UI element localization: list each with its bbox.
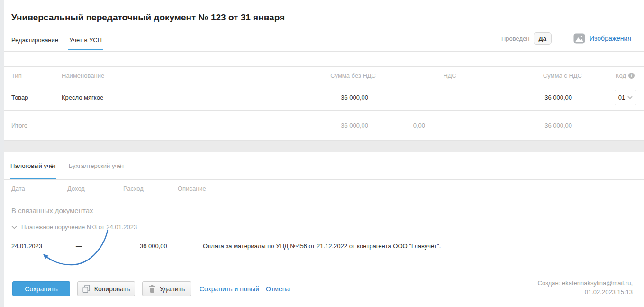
created-datetime: 01.02.2023 15:13 xyxy=(538,288,633,297)
total-vat: 0,00 xyxy=(376,122,456,129)
copy-button[interactable]: Копировать xyxy=(77,281,135,296)
col-code: Кодi xyxy=(582,72,636,79)
col-income: Доход xyxy=(67,185,123,192)
item-code-cell: 01 xyxy=(582,90,636,105)
total-sum-with-vat: 36 000,00 xyxy=(456,122,582,129)
images-link[interactable]: Изображения xyxy=(573,33,631,44)
code-dropdown[interactable]: 01 xyxy=(615,90,636,105)
images-icon xyxy=(573,33,585,44)
save-button[interactable]: Сохранить xyxy=(12,281,70,296)
tab-book-accounting[interactable]: Бухгалтерский учёт xyxy=(69,152,125,179)
document-header: Универсальный передаточный документ № 12… xyxy=(4,0,644,52)
item-name: Кресло мягкое xyxy=(62,94,319,101)
total-sum-no-vat: 36 000,00 xyxy=(319,122,376,129)
header-actions: Проведен Да Изображения xyxy=(501,32,631,45)
col-type: Тип xyxy=(11,72,62,79)
col-sum-no-vat: Сумма без НДС xyxy=(319,72,376,79)
accounting-row: 24.01.2023 — 36 000,00 Оплата за материа… xyxy=(4,242,644,250)
col-name: Наименование xyxy=(62,72,319,79)
document-page: Универсальный передаточный документ № 12… xyxy=(4,0,644,307)
tab-editing[interactable]: Редактирование xyxy=(11,37,58,51)
cancel-link[interactable]: Отмена xyxy=(266,285,290,293)
item-vat: — xyxy=(376,94,456,101)
row-expense: 36 000,00 xyxy=(123,242,178,250)
chevron-down-icon xyxy=(11,225,17,229)
created-info: Создан: ekaterinaksylina@mail.ru, 01.02.… xyxy=(538,279,633,297)
trash-icon xyxy=(149,285,155,293)
tab-tax-accounting[interactable]: Налоговый учёт xyxy=(10,152,56,179)
accounting-body: В связанных документах Платежное поручен… xyxy=(4,197,644,269)
created-author: Создан: ekaterinaksylina@mail.ru, xyxy=(538,279,633,288)
items-total-row: Итого 36 000,00 0,00 36 000,00 xyxy=(4,111,644,141)
accounting-tabs: Налоговый учёт Бухгалтерский учёт xyxy=(4,152,644,180)
row-income: — xyxy=(67,242,123,250)
total-label: Итого xyxy=(11,122,62,129)
accounting-table-header: Дата Доход Расход Описание xyxy=(4,180,644,197)
posted-toggle[interactable]: Да xyxy=(534,32,552,45)
action-bar: Сохранить Копировать xyxy=(4,269,644,307)
col-description: Описание xyxy=(178,185,636,192)
code-dropdown-value: 01 xyxy=(618,94,625,101)
delete-button-label: Удалить xyxy=(160,285,185,293)
document-tabs: Редактирование Учет в УСН xyxy=(11,37,102,51)
page-title: Универсальный передаточный документ № 12… xyxy=(11,12,285,23)
row-date: 24.01.2023 xyxy=(11,242,67,250)
col-expense: Расход xyxy=(123,185,178,192)
chevron-down-icon xyxy=(627,96,633,99)
col-vat: НДС xyxy=(376,72,456,79)
posted-label: Проведен xyxy=(501,35,530,42)
linked-docs-title: В связанных документах xyxy=(11,206,93,214)
images-link-label: Изображения xyxy=(590,35,631,42)
tab-usn-accounting[interactable]: Учет в УСН xyxy=(69,37,102,51)
copy-button-label: Копировать xyxy=(94,285,130,293)
copy-icon xyxy=(82,285,90,293)
items-table-header: Тип Наименование Сумма без НДС НДС Сумма… xyxy=(4,66,644,84)
linked-doc-group-toggle[interactable]: Платежное поручение №3 от 24.01.2023 xyxy=(11,223,137,231)
row-description: Оплата за материалы по УПД №456 от 21.12… xyxy=(178,242,636,250)
col-sum-with-vat: Сумма с НДС xyxy=(456,72,582,79)
save-and-new-link[interactable]: Сохранить и новый xyxy=(200,285,259,293)
info-icon[interactable]: i xyxy=(628,73,635,79)
section-divider xyxy=(4,141,644,152)
delete-button[interactable]: Удалить xyxy=(142,281,191,296)
spacer xyxy=(4,52,644,66)
footer-buttons: Сохранить Копировать xyxy=(12,281,290,296)
item-sum-with-vat: 36 000,00 xyxy=(456,94,582,101)
item-type: Товар xyxy=(11,94,62,101)
linked-doc-group-label: Платежное поручение №3 от 24.01.2023 xyxy=(21,223,137,231)
col-date: Дата xyxy=(11,185,67,192)
item-sum-no-vat: 36 000,00 xyxy=(319,94,376,101)
item-row: Товар Кресло мягкое 36 000,00 — 36 000,0… xyxy=(4,84,644,111)
